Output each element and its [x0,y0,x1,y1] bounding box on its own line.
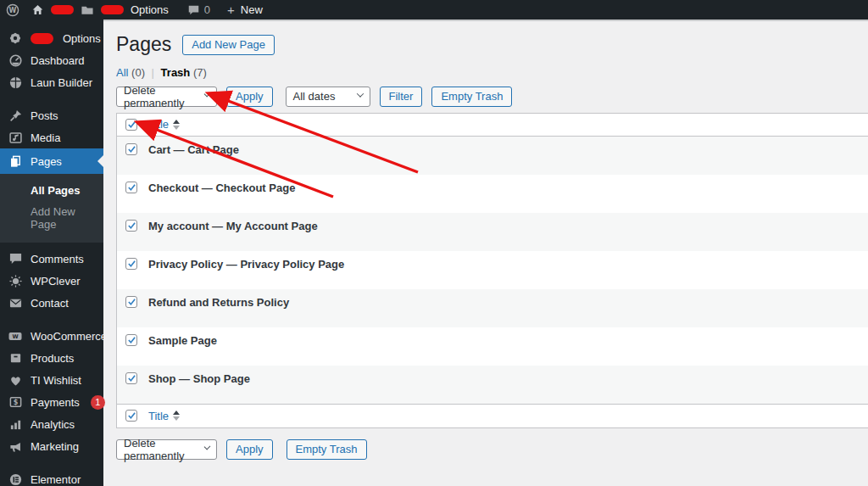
sidebar-item-elementor[interactable]: Elementor [0,468,103,486]
view-all-link[interactable]: All [116,66,128,79]
sidebar-item-dashboard[interactable]: Dashboard [0,49,103,71]
svg-text:$: $ [13,399,18,406]
admin-bar: W Options 0 + New [0,0,868,20]
pages-submenu: All Pages Add New Page [0,174,103,243]
dollar-icon: $ [8,394,23,410]
elementor-icon [8,472,23,486]
table-row: Privacy Policy — Privacy Policy Page [117,251,868,289]
bulk-action-select-bottom[interactable]: Delete permanently [116,439,217,460]
view-trash-count: (7) [193,66,207,79]
redaction-scribble [31,33,53,44]
pages-list-table: Title Cart — Cart Page Checkout — Checko… [116,113,868,428]
lightbulb-icon [8,273,23,288]
media-icon [8,130,23,145]
view-all-count: (0) [131,66,145,79]
bulk-action-value: Delete permanently [124,84,197,109]
sidebar-item-add-new-page[interactable]: Add New Page [0,201,103,235]
empty-trash-button-bottom[interactable]: Empty Trash [287,439,367,460]
bar-chart-icon [8,416,23,432]
page-row-title: Checkout — Checkout Page [148,182,295,194]
admin-sidebar: Options Dashboard Laun Builder Posts Med… [0,20,103,486]
builder-globe-icon [8,75,23,90]
page-row-title: Cart — Cart Page [148,143,239,156]
table-header-row: Title [117,114,868,137]
page-row-title: Sample Page [148,334,217,347]
view-trash-link[interactable]: Trash [161,66,191,79]
title-header-label: Title [148,118,169,131]
sidebar-item-wpclever[interactable]: WPClever [0,270,103,292]
page-row-title: Shop — Shop Page [148,372,250,385]
title-column-footer[interactable]: Title [148,410,180,422]
row-checkbox[interactable] [125,220,137,232]
folder-icon [81,4,94,16]
sidebar-item-pages[interactable]: Pages [0,148,103,174]
view-filter-links: All (0) | Trash (7) [116,66,868,79]
new-label: New [241,3,263,16]
sidebar-item-all-pages[interactable]: All Pages [0,180,103,201]
row-checkbox[interactable] [125,296,137,308]
sidebar-item-laun-builder[interactable]: Laun Builder [0,71,103,93]
table-row: My account — My Account Page [117,213,868,251]
sidebar-item-posts[interactable]: Posts [0,104,103,126]
table-toolbar-top: Delete permanently Apply All dates Filte… [116,87,868,107]
table-row: Refund and Returns Policy [117,289,868,327]
table-footer-row: Title [117,404,868,427]
add-new-page-button[interactable]: Add New Page [182,35,275,55]
comment-bubble-icon [187,4,200,16]
active-menu-notch [97,155,103,167]
page-row-title: Refund and Returns Policy [148,296,289,309]
table-toolbar-bottom: Delete permanently Apply Empty Trash [116,439,868,460]
empty-trash-button[interactable]: Empty Trash [431,87,512,107]
page-title: Pages [116,33,171,57]
sidebar-item-comments[interactable]: Comments [0,248,103,270]
svg-text:W: W [9,6,17,14]
site-menu-label: Options [131,3,169,16]
sidebar-item-woocommerce[interactable]: W WooCommerce [0,325,103,347]
menu-separator [0,314,103,325]
menu-separator [0,93,103,104]
chevron-down-icon [356,90,363,97]
select-all-checkbox-footer[interactable] [125,410,137,422]
chevron-down-icon [204,91,211,98]
table-row: Checkout — Checkout Page [117,175,868,213]
menu-separator [0,457,103,468]
sidebar-item-payments[interactable]: $ Payments 1 [0,391,103,413]
row-checkbox[interactable] [125,143,137,155]
plus-icon: + [227,3,235,16]
new-content-menu[interactable]: + New [221,0,269,20]
row-checkbox[interactable] [125,334,137,346]
bulk-action-select[interactable]: Delete permanently [116,87,217,107]
sidebar-item-contact[interactable]: Contact [0,292,103,314]
wordpress-logo-icon: W [6,3,19,17]
megaphone-icon [8,439,23,454]
apply-button-bottom[interactable]: Apply [226,439,273,460]
home-icon [31,3,44,16]
comments-icon [8,251,23,266]
chevron-down-icon [204,444,211,450]
sidebar-item-ti-wishlist[interactable]: TI Wishlist [0,369,103,391]
row-checkbox[interactable] [125,182,137,193]
redaction-scribble [51,5,74,14]
row-checkbox[interactable] [125,372,137,384]
site-menu[interactable]: Options [25,0,175,20]
sidebar-item-marketing[interactable]: Marketing [0,435,103,457]
sidebar-item-media[interactable]: Media [0,126,103,148]
wordpress-menu[interactable]: W [0,0,25,20]
sidebar-item-analytics[interactable]: Analytics [0,413,103,435]
row-checkbox[interactable] [125,258,137,270]
page-row-title: My account — My Account Page [148,220,318,232]
apply-button[interactable]: Apply [226,87,273,107]
sidebar-item-products[interactable]: Products [0,347,103,369]
bulk-action-value: Delete permanently [124,437,197,462]
filter-button[interactable]: Filter [380,87,423,107]
title-column-header[interactable]: Title [148,118,180,131]
dates-filter-select[interactable]: All dates [286,87,370,107]
comments-bubble[interactable]: 0 [181,0,216,20]
sort-arrows-icon [173,120,180,130]
page-row-title: Privacy Policy — Privacy Policy Page [148,258,344,271]
table-row: Cart — Cart Page [117,137,868,175]
sidebar-item-options[interactable]: Options [0,27,103,49]
heart-icon [8,372,23,388]
main-content: Pages Add New Page All (0) | Trash (7) D… [103,20,868,486]
select-all-checkbox[interactable] [125,119,137,131]
